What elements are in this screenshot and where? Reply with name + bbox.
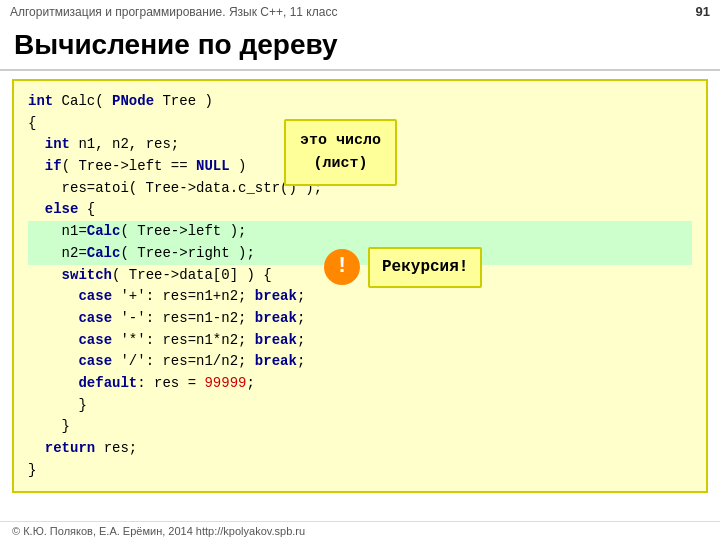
tooltip-leaf: это число(лист) <box>284 119 397 186</box>
header-subtitle: Алгоритмизация и программирование. Язык … <box>10 5 337 19</box>
exclaim-icon: ! <box>324 249 360 285</box>
code-line: case '+': res=n1+n2; break; <box>28 286 692 308</box>
code-line: case '-': res=n1-n2; break; <box>28 308 692 330</box>
slide-title: Вычисление по дереву <box>0 23 720 71</box>
code-line: else { <box>28 199 692 221</box>
code-line: } <box>28 395 692 417</box>
footer-bar: © К.Ю. Поляков, Е.А. Ерёмин, 2014 http:/… <box>0 521 720 540</box>
code-line: case '/': res=n1/n2; break; <box>28 351 692 373</box>
header-bar: Алгоритмизация и программирование. Язык … <box>0 0 720 23</box>
recursion-label: Рекурсия! <box>368 247 482 288</box>
code-line: } <box>28 460 692 482</box>
code-area: это число(лист) ! Рекурсия! int Calc( PN… <box>12 79 708 493</box>
page-number: 91 <box>696 4 710 19</box>
code-line: return res; <box>28 438 692 460</box>
recursion-callout: ! Рекурсия! <box>324 247 482 288</box>
code-line: case '*': res=n1*n2; break; <box>28 330 692 352</box>
code-line-highlight-1: n1=Calc( Tree->left ); <box>28 221 692 243</box>
code-line: default: res = 99999; <box>28 373 692 395</box>
footer-copyright: © К.Ю. Поляков, Е.А. Ерёмин, 2014 http:/… <box>12 525 305 537</box>
code-line: } <box>28 416 692 438</box>
code-line: int Calc( PNode Tree ) <box>28 91 692 113</box>
